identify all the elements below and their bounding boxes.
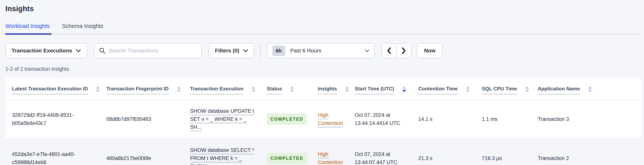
cell-start-time: Oct 07, 2024 at 13:44:07.447 UTC [350, 139, 414, 165]
time-range-dropdown[interactable]: 6h Past 6 Hours [267, 43, 375, 58]
table-row: 328729d2-ff19-4408-8531-b05a5b4e43c7 08d… [6, 100, 641, 139]
toolbar: Transaction Executions Filters (0) 6h Pa… [6, 43, 641, 58]
chevron-down-icon [243, 49, 248, 52]
filters-dropdown[interactable]: Filters (0) [209, 43, 254, 58]
insight-link[interactable]: High Contention [318, 151, 343, 165]
time-prev-button[interactable] [381, 43, 396, 58]
tab-workload-insights[interactable]: Workload Insights [6, 23, 50, 34]
column-header-insights[interactable]: Insights [313, 78, 350, 100]
insights-table: Latest Transaction Execution ID Transact… [6, 78, 641, 165]
cell-insights: High Contention [313, 139, 350, 165]
cell-fingerprint-id: 480a8b217be006fe [102, 139, 186, 165]
cell-application-name: Transaction 2 [533, 139, 641, 165]
cell-fingerprint-id: 08d8b7d97f830463 [102, 100, 186, 139]
column-header-start-time[interactable]: Start Time (UTC) [350, 78, 414, 100]
results-count: 1-2 of 2 transaction insights [6, 66, 641, 72]
cell-status: COMPLETED [262, 139, 313, 165]
cell-contention-time: 14.1 s [414, 100, 477, 139]
cell-execution-id: 328729d2-ff19-4408-8531-b05a5b4e43c7 [6, 100, 102, 139]
sort-icon[interactable] [96, 86, 100, 92]
table-row: 452da3e7-e7fa-4801-aa40-c59988d14eb6 480… [6, 139, 641, 165]
chevron-left-icon [386, 47, 392, 54]
cell-status: COMPLETED [262, 100, 313, 139]
chevron-right-icon [401, 47, 406, 54]
column-header-sql-cpu-time[interactable]: SQL CPU Time [477, 78, 533, 100]
filters-label: Filters (0) [215, 48, 239, 54]
time-range-badge: 6h [272, 46, 285, 56]
column-header-fingerprint-id[interactable]: Transaction Fingerprint ID [102, 78, 186, 100]
cell-insights: High Contention [313, 100, 350, 139]
insight-link[interactable]: High Contention [318, 112, 343, 126]
status-badge: COMPLETED [267, 153, 307, 164]
time-range-label: Past 6 Hours [290, 48, 322, 54]
time-pager [381, 43, 411, 58]
insights-table-card: Latest Transaction Execution ID Transact… [6, 78, 641, 165]
cell-sql-cpu-time: 1.1 ms [477, 100, 533, 139]
sort-icon[interactable] [588, 86, 592, 92]
chevron-down-icon [365, 49, 370, 52]
column-header-application-name[interactable]: Application Name [533, 78, 641, 100]
column-header-latest-execution-id[interactable]: Latest Transaction Execution ID [6, 78, 102, 100]
time-next-button[interactable] [396, 43, 411, 58]
toolbar-divider [260, 43, 261, 58]
column-header-transaction-execution[interactable]: Transaction Execution [186, 78, 262, 100]
cell-execution-id: 452da3e7-e7fa-4801-aa40-c59988d14eb6 [6, 139, 102, 165]
cell-transaction-execution: SHOW database UPDATE t SET v = _ WHERE k… [186, 100, 262, 139]
page-title: Insights [6, 5, 641, 13]
transaction-execution-link[interactable]: SHOW database UPDATE t SET v = _ WHERE k… [190, 108, 254, 130]
search-icon [99, 47, 106, 54]
cell-application-name: Transaction 3 [533, 100, 641, 139]
sort-icon[interactable] [466, 86, 470, 92]
sort-icon[interactable] [525, 86, 529, 92]
tabs: Workload Insights Schema Insights [6, 23, 641, 35]
search-input[interactable] [109, 48, 197, 54]
sort-icon[interactable] [345, 86, 349, 92]
column-header-contention-time[interactable]: Contention Time [414, 78, 477, 100]
cell-start-time: Oct 07, 2024 at 13:44:14.4414 UTC [350, 100, 414, 139]
now-button[interactable]: Now [417, 43, 442, 58]
tab-schema-insights[interactable]: Schema Insights [62, 23, 103, 34]
insights-page: Insights Workload Insights Schema Insigh… [0, 0, 644, 165]
sort-icon-active-desc[interactable] [402, 86, 406, 92]
cell-contention-time: 21.3 s [414, 139, 477, 165]
status-badge: COMPLETED [267, 114, 307, 125]
chevron-down-icon [76, 49, 81, 52]
cell-sql-cpu-time: 716.3 µs [477, 139, 533, 165]
table-header-row: Latest Transaction Execution ID Transact… [6, 78, 641, 100]
search-box [94, 43, 202, 58]
sort-icon[interactable] [290, 86, 294, 92]
report-type-dropdown[interactable]: Transaction Executions [6, 43, 87, 58]
transaction-execution-link[interactable]: SHOW database SELECT * FROM t WHERE k = … [190, 147, 254, 165]
report-type-label: Transaction Executions [12, 48, 72, 54]
sort-icon[interactable] [177, 86, 181, 92]
cell-transaction-execution: SHOW database SELECT * FROM t WHERE k = … [186, 139, 262, 165]
column-header-status[interactable]: Status [262, 78, 313, 100]
sort-icon[interactable] [252, 86, 255, 92]
